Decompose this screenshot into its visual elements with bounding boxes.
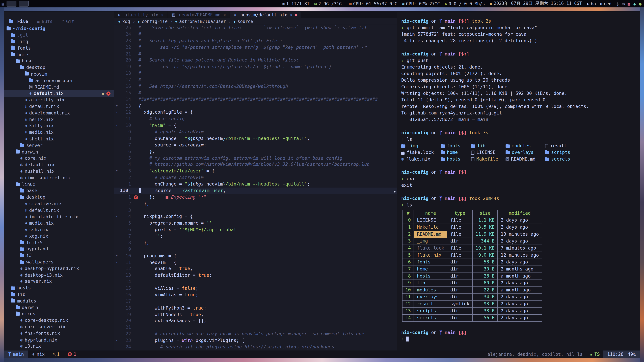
close-tab-icon[interactable]: ×: [290, 12, 292, 17]
bluetooth-icon[interactable]: ᛒ: [616, 1, 619, 6]
statusline-warnings[interactable]: ✎1: [49, 351, 64, 358]
tree-item-media.nix[interactable]: ❄media.nix: [4, 220, 114, 226]
tree-item-neovim[interactable]: neovim: [4, 71, 114, 77]
tree-item-hosts[interactable]: hosts: [4, 285, 114, 291]
code-line[interactable]: ▾10 "nvim" = {: [114, 122, 397, 129]
statusline-branch[interactable]: ᛘmain: [4, 351, 28, 358]
code-line[interactable]: 25# Save the selected text to a file: `:…: [114, 25, 397, 31]
code-line[interactable]: 5 # my cusotom astronvim config, astronv…: [114, 155, 397, 161]
code-line[interactable]: 110 source = ./astronvim_user;: [114, 188, 397, 194]
code-line[interactable]: 14######################################…: [114, 96, 397, 103]
file-explorer[interactable]: File ≡Bufs ᛘGit ~/nix-config.git_imgfont…: [4, 11, 114, 351]
code-line[interactable]: 6 };: [114, 148, 397, 155]
code-line[interactable]: 7 source = astronvim;: [114, 142, 397, 148]
tree-item-i3[interactable]: i3: [4, 252, 114, 259]
code-line[interactable]: 18 withPython3 = true;: [114, 305, 397, 311]
tree-item-hyprland.nix[interactable]: ❄hyprland.nix: [4, 337, 114, 343]
window-preview[interactable]: [19, 1, 29, 6]
tree-item-immutable-file.nix[interactable]: ❄immutable-file.nix: [4, 214, 114, 220]
tree-item-fonts[interactable]: fonts: [4, 45, 114, 51]
code-line[interactable]: 22 # currently we use lazy.nvim as neovi…: [114, 331, 397, 337]
tree-item-kitty.nix[interactable]: ❄kitty.nix: [4, 123, 114, 129]
code-line[interactable]: ▾4 nixpkgs.config = {: [114, 214, 397, 220]
tree-item-desktop[interactable]: desktop: [4, 194, 114, 201]
session-icon[interactable]: ●: [639, 1, 642, 6]
tree-item-default.nix[interactable]: ❄default.nix●x: [4, 90, 114, 97]
code-line[interactable]: 11 # base config: [114, 116, 397, 122]
tree-item-rime-squirrel.nix[interactable]: ❄rime-squirrel.nix: [4, 175, 114, 181]
statusline-errors[interactable]: x1: [64, 351, 80, 358]
code-line[interactable]: ▾10 programs = {: [114, 253, 397, 259]
code-line[interactable]: 8 onChange = "${pkgs.neovim}/bin/nvim --…: [114, 135, 397, 142]
tree-item-_img[interactable]: _img: [4, 38, 114, 45]
tree-item-fcitx5[interactable]: fcitx5: [4, 239, 114, 246]
tree-item-lib[interactable]: lib: [4, 291, 114, 298]
code-line[interactable]: 1x }; ■ Expecting ";": [114, 194, 397, 201]
tree-item-server.nix[interactable]: ❄server.nix: [4, 278, 114, 285]
code-line[interactable]: ▾3 "astronvim/lua/user" = {: [114, 168, 397, 174]
tree-item-default.nix[interactable]: ❄default.nix: [4, 162, 114, 168]
terminal-pane[interactable]: nix-config on ᛘ main [$!] took 2s› git c…: [397, 11, 640, 351]
code-line[interactable]: 3: [114, 207, 397, 214]
code-line[interactable]: 12 enable = true;: [114, 266, 397, 272]
code-line[interactable]: 9: [114, 246, 397, 253]
tab-git[interactable]: ᛘGit: [62, 18, 74, 24]
code-line[interactable]: 16# See https://astronvim.com/Basic%20Us…: [114, 83, 397, 90]
tree-item-alacritty.nix[interactable]: ❄alacritty.nix: [4, 97, 114, 103]
code-line[interactable]: 24#: [114, 31, 397, 38]
code-line[interactable]: ▾11 neovim = {: [114, 259, 397, 266]
code-line[interactable]: 2 # update AstroNvim: [114, 174, 397, 181]
tree-item-core-server.nix[interactable]: ❄core-server.nix: [4, 324, 114, 330]
code-line[interactable]: 22# sed -ri "s/pattern_str/replace_str/g…: [114, 44, 397, 51]
code-area[interactable]: 25# Save the selected text to a file: `:…: [114, 25, 397, 351]
tree-item-core.nix[interactable]: ❄core.nix: [4, 155, 114, 162]
tree-item-wallpapers[interactable]: wallpapers: [4, 259, 114, 266]
app-grid-icon[interactable]: ▦: [628, 1, 630, 6]
code-line[interactable]: 4 # https://github.com/AstroNvim/AstroNv…: [114, 161, 397, 168]
code-line[interactable]: ▾23 plugins = with pkgs.vimPlugins; [: [114, 337, 397, 344]
power-profile-module[interactable]: ◐balanced: [587, 1, 612, 6]
editor-pane[interactable]: ❄alacritty.nix×Mneovim/README.md×❄neovim…: [114, 11, 397, 351]
tree-item-darwin[interactable]: darwin: [4, 304, 114, 311]
tab-file[interactable]: File: [9, 18, 28, 24]
tree-item-core-desktop.nix[interactable]: ❄core-desktop.nix: [4, 317, 114, 324]
code-line[interactable]: ▾12 xdg.configFile = {: [114, 109, 397, 116]
code-line[interactable]: 19# sed -ri "s/pattern_str/replace_str/g…: [114, 64, 397, 70]
tree-item-media.nix[interactable]: ❄media.nix: [4, 129, 114, 136]
code-line[interactable]: 19 withNodeJs = true;: [114, 311, 397, 318]
tree-item-default.nix[interactable]: ❄default.nix: [4, 207, 114, 214]
tree-item-hyprland[interactable]: hyprland: [4, 246, 114, 252]
code-line[interactable]: 24 # search all the plugins using https:…: [114, 344, 397, 351]
breadcrumb-item-source[interactable]: ◆source: [234, 19, 253, 24]
breadcrumb-item-xdg[interactable]: ◆xdg: [118, 19, 130, 24]
tree-item-desktop-hyprland.nix[interactable]: ❄desktop-hyprland.nix: [4, 265, 114, 272]
breadcrumb-item-astronvim/lua/user[interactable]: ◆astronvim/lua/user: [175, 19, 226, 24]
code-line[interactable]: 20 extraPackages = [];: [114, 318, 397, 324]
tree-item-linux[interactable]: linux: [4, 181, 114, 188]
code-line[interactable]: 14: [114, 279, 397, 285]
editor-tab-neovim/README.md[interactable]: Mneovim/README.md×: [168, 11, 230, 18]
code-line[interactable]: 1 onChange = "${pkgs.neovim}/bin/nvim --…: [114, 181, 397, 188]
workspace-grid-icon[interactable]: ▦: [2, 1, 4, 6]
code-line[interactable]: 8 };: [114, 240, 397, 246]
close-tab-icon[interactable]: ×: [161, 12, 164, 17]
code-line[interactable]: 5 programs.npm.npmrc = '': [114, 220, 397, 227]
tree-item-xdg.nix[interactable]: ❄xdg.nix: [4, 233, 114, 240]
tree-item-~/nix-config[interactable]: ~/nix-config: [4, 25, 114, 32]
tree-item-base[interactable]: base: [4, 58, 114, 64]
tree-item-home[interactable]: home: [4, 51, 114, 58]
chat-icon[interactable]: ◆: [633, 1, 636, 6]
code-line[interactable]: 2 };: [114, 201, 397, 207]
code-line[interactable]: 16 vimAlias = true;: [114, 292, 397, 298]
code-line[interactable]: ▾13{: [114, 103, 397, 109]
code-line[interactable]: 15 viAlias = false;: [114, 285, 397, 292]
tab-bufs[interactable]: ≡Bufs: [37, 18, 53, 24]
tree-item-shell.nix[interactable]: ❄shell.nix: [4, 136, 114, 142]
tree-item-base[interactable]: base: [4, 188, 114, 194]
code-line[interactable]: 17: [114, 298, 397, 305]
tree-item-darwin[interactable]: darwin: [4, 149, 114, 155]
tree-item-ssh.nix[interactable]: ❄ssh.nix: [4, 226, 114, 233]
code-line[interactable]: 21: [114, 324, 397, 331]
code-line[interactable]: 18#: [114, 70, 397, 77]
tree-item-nixos[interactable]: nixos: [4, 311, 114, 317]
